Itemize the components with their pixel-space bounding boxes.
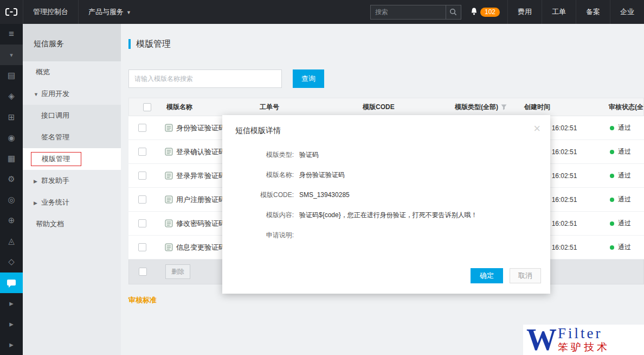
col-created-time: 创建时间 xyxy=(518,103,600,112)
search-icon[interactable] xyxy=(446,5,461,19)
products-menu[interactable]: 产品与服务▼ xyxy=(78,0,141,24)
billing-label: 费用 xyxy=(518,8,532,16)
watermark-letter: W xyxy=(526,326,557,354)
template-name-link[interactable]: 信息变更验证码 xyxy=(176,243,226,252)
network-icon[interactable]: ⊞ xyxy=(0,107,23,128)
field-label: 模版类型: xyxy=(222,150,294,160)
expand-icon[interactable]: ▸ xyxy=(0,314,23,334)
field-value: SMS_139430285 xyxy=(299,190,369,200)
monitor-icon[interactable]: ◎ xyxy=(0,189,23,210)
template-name-link[interactable]: 修改密码验证码 xyxy=(176,219,226,229)
template-icon xyxy=(165,124,173,132)
storage-icon[interactable]: ◉ xyxy=(0,128,23,148)
icp-filing-label: 备案 xyxy=(586,8,600,16)
console-home-link[interactable]: 管理控制台 xyxy=(23,0,78,24)
query-button[interactable]: 查询 xyxy=(293,69,324,88)
sidebar: 短信服务 概览 ▼应用开发 接口调用 签名管理 模版管理 ▶群发助手 ▶业务统计… xyxy=(23,24,121,355)
cancel-button[interactable]: 取消 xyxy=(510,268,541,283)
app-dev-label: 应用开发 xyxy=(41,90,69,98)
domain-icon[interactable]: ◇ xyxy=(0,251,23,272)
sidebar-item-template-mgmt[interactable]: 模版管理 xyxy=(23,148,121,170)
top-bar: 管理控制台 产品与服务▼ 102 费用 工单 备案 xyxy=(0,0,644,24)
status-dot xyxy=(610,221,614,226)
field-value: 验证码${code}，您正在进行身份验证，打死不要告诉别人哦！ xyxy=(299,210,497,220)
template-name-link[interactable]: 身份验证验证码 xyxy=(176,123,226,133)
col-ticket-number: 工单号 xyxy=(255,103,358,112)
template-icon xyxy=(165,243,173,251)
field-template-name: 模版名称: 身份验证验证码 xyxy=(222,170,550,180)
status-dot xyxy=(610,198,614,202)
row-checkbox[interactable] xyxy=(138,219,146,227)
template-mgmt-label: 模版管理 xyxy=(31,152,81,166)
menu-icon[interactable]: ≡ xyxy=(0,24,23,45)
notifications-button[interactable]: 102 xyxy=(461,7,507,17)
sidebar-item-api-call[interactable]: 接口调用 xyxy=(23,105,121,126)
review-standards-link[interactable]: 审核标准 xyxy=(128,295,157,305)
col-audit-status: 审核状态(全部 xyxy=(600,103,643,112)
security-icon[interactable]: ◈ xyxy=(0,86,23,106)
field-label: 模版内容: xyxy=(222,210,294,220)
status-text: 通过 xyxy=(618,243,631,252)
caret-down-icon: ▼ xyxy=(34,84,41,105)
stack-icon[interactable]: ▦ xyxy=(0,148,23,169)
field-value: 身份验证验证码 xyxy=(299,170,364,180)
select-all-checkbox[interactable] xyxy=(143,103,151,111)
console-icon[interactable]: ▤ xyxy=(0,65,23,86)
icp-filing-link[interactable]: 备案 xyxy=(576,0,610,24)
enterprise-link[interactable]: 企业 xyxy=(610,0,644,24)
console-home-label: 管理控制台 xyxy=(33,8,68,16)
expand-icon[interactable]: ▸ xyxy=(0,293,23,314)
overview-label: 概览 xyxy=(36,68,50,76)
help-docs-label: 帮助文档 xyxy=(36,220,64,228)
row-checkbox[interactable] xyxy=(138,172,146,180)
field-label: 模版名称: xyxy=(222,170,294,180)
sidebar-group-mass-send[interactable]: ▶群发助手 xyxy=(23,170,121,192)
bell-icon xyxy=(470,7,478,17)
sidebar-item-help-docs[interactable]: 帮助文档 xyxy=(23,213,121,235)
template-search-input[interactable] xyxy=(128,69,282,88)
global-search xyxy=(370,5,461,20)
status-dot xyxy=(610,245,614,250)
global-search-input[interactable] xyxy=(371,5,446,19)
filter-icon[interactable] xyxy=(501,104,507,110)
sidebar-item-overview[interactable]: 概览 xyxy=(23,61,121,83)
api-call-label: 接口调用 xyxy=(41,111,69,119)
field-template-type: 模版类型: 验证码 xyxy=(222,150,550,160)
product-icon-rail: ≡ ▾ ▤ ◈ ⊞ ◉ ▦ ⚙ ◎ ⊕ ◬ ◇ ▸ ▸ ▸ xyxy=(0,24,23,355)
status-text: 通过 xyxy=(618,195,631,204)
sidebar-item-signature-mgmt[interactable]: 签名管理 xyxy=(23,126,121,148)
status-text: 通过 xyxy=(618,219,631,228)
ticket-link[interactable]: 工单 xyxy=(542,0,576,24)
caret-down-icon[interactable]: ▾ xyxy=(0,45,23,65)
field-label: 模版CODE: xyxy=(222,190,294,200)
row-checkbox[interactable] xyxy=(138,195,146,204)
row-checkbox[interactable] xyxy=(138,124,146,132)
confirm-button[interactable]: 确定 xyxy=(471,268,503,283)
billing-link[interactable]: 费用 xyxy=(507,0,542,24)
status-text: 通过 xyxy=(618,123,631,132)
field-template-content: 模版内容: 验证码${code}，您正在进行身份验证，打死不要告诉别人哦！ xyxy=(222,210,550,220)
template-name-link[interactable]: 登录异常验证码 xyxy=(176,171,226,181)
analytics-icon[interactable]: ◬ xyxy=(0,231,23,251)
field-value: 验证码 xyxy=(299,150,338,160)
biz-stats-label: 业务统计 xyxy=(41,198,69,206)
tools-icon[interactable]: ⊕ xyxy=(0,210,23,231)
footer-checkbox[interactable] xyxy=(139,268,147,276)
aliyun-logo-icon[interactable] xyxy=(0,0,23,24)
sms-icon[interactable] xyxy=(0,272,23,293)
row-checkbox[interactable] xyxy=(138,148,146,156)
expand-icon[interactable]: ▸ xyxy=(0,334,23,355)
template-icon xyxy=(165,195,173,204)
template-name-link[interactable]: 登录确认验证码 xyxy=(176,147,226,157)
close-icon[interactable]: × xyxy=(533,123,540,135)
sidebar-group-app-dev[interactable]: ▼应用开发 xyxy=(23,83,121,105)
sidebar-group-biz-stats[interactable]: ▶业务统计 xyxy=(23,192,121,213)
settings-icon[interactable]: ⚙ xyxy=(0,169,23,189)
caret-right-icon: ▶ xyxy=(34,170,41,192)
field-apply-note: 申请说明: xyxy=(222,230,550,240)
notification-count-badge: 102 xyxy=(480,8,500,17)
page-header: 模版管理 xyxy=(128,35,644,53)
delete-button[interactable]: 删除 xyxy=(165,264,190,279)
row-checkbox[interactable] xyxy=(138,243,146,251)
template-name-link[interactable]: 用户注册验证码 xyxy=(176,195,226,205)
